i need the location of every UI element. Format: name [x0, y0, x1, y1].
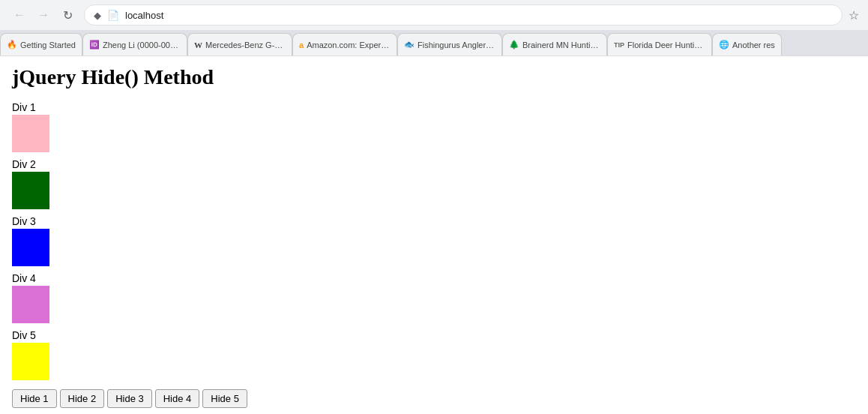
tab-label: Amazon.com: ExpertP... [307, 40, 391, 50]
tab-amazon[interactable]: a Amazon.com: ExpertP... [292, 33, 397, 56]
hide-5-button[interactable]: Hide 5 [202, 389, 247, 408]
div-5-box [12, 343, 49, 380]
tab-label: Zheng Li (0000-0002-3... [103, 40, 181, 50]
div-1-container: Div 1 [12, 101, 856, 152]
browser-toolbar: ← → ↻ ◆ 📄 localhost ☆ [0, 0, 868, 30]
reload-button[interactable]: ↻ [57, 4, 78, 26]
back-button[interactable]: ← [9, 4, 30, 26]
div-3-label: Div 3 [12, 215, 856, 227]
tab-favicon: 🌐 [719, 40, 729, 50]
browser-chrome: ← → ↻ ◆ 📄 localhost ☆ 🔥 Getting Started … [0, 0, 868, 56]
nav-buttons: ← → ↻ [9, 4, 78, 26]
div-2-container: Div 2 [12, 158, 856, 209]
div-2-box [12, 172, 49, 209]
buttons-row: Hide 1 Hide 2 Hide 3 Hide 4 Hide 5 [12, 389, 856, 408]
tab-label: Fishingurus Angler's l... [418, 40, 495, 50]
tab-zheng-li[interactable]: 🆔 Zheng Li (0000-0002-3... [82, 33, 187, 56]
div-5-container: Div 5 [12, 329, 856, 380]
tab-label: Florida Deer Hunting S... [627, 40, 705, 50]
hide-4-button[interactable]: Hide 4 [155, 389, 200, 408]
tab-brainerd[interactable]: 🌲 Brainerd MN Hunting ... [502, 33, 607, 56]
tab-label: Getting Started [20, 40, 76, 50]
tab-another[interactable]: 🌐 Another res [712, 33, 782, 56]
tab-fishingurus[interactable]: 🐟 Fishingurus Angler's l... [397, 33, 502, 56]
hide-1-button[interactable]: Hide 1 [12, 389, 57, 408]
tab-label: Mercedes-Benz G-Clas... [205, 40, 286, 50]
div-1-label: Div 1 [12, 101, 856, 113]
bookmark-button[interactable]: ☆ [849, 8, 859, 22]
tab-favicon: a [299, 40, 304, 50]
div-1-box [12, 115, 49, 152]
tab-favicon: 🌲 [509, 40, 519, 50]
hide-3-button[interactable]: Hide 3 [107, 389, 152, 408]
div-5-label: Div 5 [12, 329, 856, 341]
tab-favicon: 🐟 [404, 40, 415, 50]
div-2-label: Div 2 [12, 158, 856, 170]
div-3-container: Div 3 [12, 215, 856, 266]
tab-label: Another res [732, 40, 775, 50]
div-4-label: Div 4 [12, 272, 856, 284]
tab-favicon: TIP [614, 41, 624, 49]
page-content: jQuery Hide() Method Div 1 Div 2 Div 3 D… [0, 56, 868, 414]
div-4-container: Div 4 [12, 272, 856, 323]
tab-favicon: 🆔 [89, 40, 100, 50]
shield-icon: ◆ [94, 10, 101, 21]
tab-favicon: 🔥 [7, 40, 17, 50]
div-3-box [12, 229, 49, 266]
tab-label: Brainerd MN Hunting ... [522, 40, 600, 50]
page-title: jQuery Hide() Method [12, 65, 856, 89]
tab-florida[interactable]: TIP Florida Deer Hunting S... [607, 33, 712, 56]
tab-getting-started[interactable]: 🔥 Getting Started [0, 33, 82, 56]
page-icon: 📄 [107, 10, 119, 21]
address-text: localhost [125, 10, 833, 21]
div-4-box [12, 286, 49, 323]
forward-button[interactable]: → [33, 4, 54, 26]
address-bar[interactable]: ◆ 📄 localhost [84, 4, 843, 26]
hide-2-button[interactable]: Hide 2 [60, 389, 105, 408]
tab-favicon: W [194, 40, 202, 50]
tab-mercedes[interactable]: W Mercedes-Benz G-Clas... [187, 33, 292, 56]
tabs-bar: 🔥 Getting Started 🆔 Zheng Li (0000-0002-… [0, 30, 868, 56]
